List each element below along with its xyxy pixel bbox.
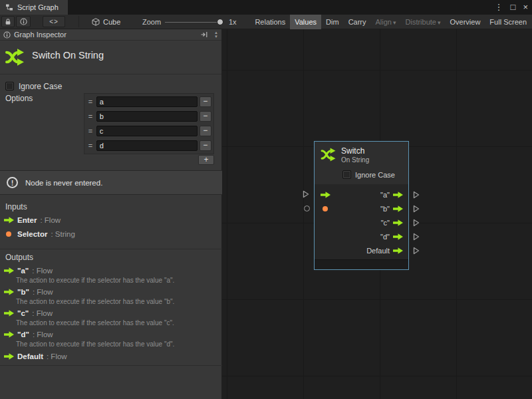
code-icon: <> xyxy=(49,18,59,25)
outputs-section-header: Outputs xyxy=(5,253,33,262)
output-port-outer-icon[interactable] xyxy=(413,205,420,213)
switch-on-string-node[interactable]: Switch On String Ignore Case "a" "b" "c"… xyxy=(314,141,409,270)
flow-arrow-icon[interactable] xyxy=(393,205,403,212)
switch-unit-icon xyxy=(4,47,25,68)
port-row-b: "b" xyxy=(315,202,408,216)
option-input[interactable] xyxy=(96,140,198,151)
output-port-outer-icon[interactable] xyxy=(413,219,420,227)
panel-scroll-arrows[interactable]: ▲▼ xyxy=(213,31,219,39)
inputs-section-header: Inputs xyxy=(5,202,27,211)
port-type: : Flow xyxy=(32,267,53,275)
section-divider xyxy=(0,365,222,366)
drag-handle-icon[interactable]: = xyxy=(86,142,94,150)
ignore-case-checkbox[interactable] xyxy=(5,82,14,90)
object-name-label: Cube xyxy=(103,18,120,26)
port-type: : Flow xyxy=(33,331,53,338)
output-row-b: "b" : Flow xyxy=(4,288,53,296)
flow-arrow-icon xyxy=(4,353,14,360)
value-port-icon xyxy=(6,231,11,237)
input-row-selector: Selector : String xyxy=(4,230,75,238)
info-button[interactable] xyxy=(16,16,31,27)
node-ignore-case-checkbox[interactable] xyxy=(342,170,351,179)
flow-arrow-icon xyxy=(4,267,14,274)
drag-handle-icon[interactable]: = xyxy=(86,112,94,120)
window-menu-icon[interactable]: ⋮ xyxy=(495,0,503,15)
inspector-title: Graph Inspector xyxy=(14,31,66,39)
flow-arrow-icon[interactable] xyxy=(393,219,403,226)
dock-panel-icon[interactable] xyxy=(200,31,208,39)
drag-handle-icon[interactable]: = xyxy=(86,127,94,135)
window-controls: ⋮ □ × xyxy=(495,0,528,15)
values-button[interactable]: Values xyxy=(290,15,321,29)
window-tab-bar: Script Graph ⋮ □ × xyxy=(0,0,532,15)
option-input[interactable] xyxy=(96,111,198,122)
option-row: = − xyxy=(85,94,213,109)
dim-button[interactable]: Dim xyxy=(321,15,344,29)
chevron-down-icon: ▾ xyxy=(438,19,441,26)
zoom-slider-knob[interactable] xyxy=(217,19,223,25)
port-description: The action to execute if the selector ha… xyxy=(16,319,174,327)
chevron-down-icon: ▾ xyxy=(393,19,396,26)
remove-option-button[interactable]: − xyxy=(200,126,211,136)
options-label: Options xyxy=(5,94,33,103)
input-row-enter: Enter : Flow xyxy=(4,216,61,224)
port-name: Selector xyxy=(17,230,47,238)
carry-button[interactable]: Carry xyxy=(344,15,371,29)
scroll-down-icon[interactable]: ▼ xyxy=(213,35,219,39)
node-ignore-case-label: Ignore Case xyxy=(355,171,395,179)
window-close-icon[interactable]: × xyxy=(523,0,528,15)
graph-owner-object[interactable]: Cube xyxy=(92,15,120,29)
node-footer xyxy=(315,259,408,269)
tab-script-graph[interactable]: Script Graph xyxy=(0,0,68,15)
port-name: "d" xyxy=(17,331,29,338)
flow-arrow-icon[interactable] xyxy=(393,192,403,198)
ignore-case-label: Ignore Case xyxy=(19,82,62,91)
port-row-a: "a" xyxy=(315,188,408,202)
add-option-button[interactable]: + xyxy=(198,155,214,165)
info-icon xyxy=(20,18,27,25)
info-icon xyxy=(3,31,11,39)
relations-button[interactable]: Relations xyxy=(250,15,290,29)
node-title: Switch xyxy=(341,146,364,156)
port-name: "a" xyxy=(17,267,29,275)
node-subtitle: On String xyxy=(341,156,369,164)
option-row: = − xyxy=(85,138,213,153)
flow-arrow-icon[interactable] xyxy=(393,247,403,254)
flow-arrow-icon xyxy=(4,217,14,223)
output-row-d: "d" : Flow xyxy=(4,331,53,338)
code-view-button[interactable]: <> xyxy=(43,16,65,27)
port-description: The action to execute if the selector ha… xyxy=(16,277,174,284)
flow-arrow-icon xyxy=(4,331,14,338)
unit-title-block: Switch On String xyxy=(0,41,221,74)
lock-icon xyxy=(5,18,11,25)
enter-port-outer-icon[interactable] xyxy=(303,190,309,198)
option-input[interactable] xyxy=(96,126,198,136)
selector-port-outer-icon[interactable] xyxy=(304,205,310,211)
align-button[interactable]: Align▾ xyxy=(371,15,401,29)
warning-banner: ! Node is never entered. xyxy=(0,170,222,195)
output-port-outer-icon[interactable] xyxy=(413,191,420,199)
graph-canvas[interactable]: Switch On String Ignore Case "a" "b" "c"… xyxy=(222,29,532,399)
fullscreen-button[interactable]: Full Screen xyxy=(485,15,531,29)
option-input[interactable] xyxy=(96,96,198,107)
port-name: "c" xyxy=(17,309,29,317)
flow-arrow-icon[interactable] xyxy=(393,233,403,240)
flow-arrow-icon xyxy=(4,310,14,317)
warning-text: Node is never entered. xyxy=(25,179,102,187)
toolbar-button-group: Relations Values Dim Carry Align▾ Distri… xyxy=(250,15,531,29)
remove-option-button[interactable]: − xyxy=(200,140,211,151)
port-row-default: Default xyxy=(315,244,408,258)
port-label: "d" xyxy=(380,230,390,244)
output-port-outer-icon[interactable] xyxy=(413,247,420,255)
output-port-outer-icon[interactable] xyxy=(413,233,420,241)
port-type: : Flow xyxy=(47,352,67,360)
lock-button[interactable] xyxy=(1,16,15,27)
port-label: "c" xyxy=(381,216,390,230)
overview-button[interactable]: Overview xyxy=(446,15,485,29)
remove-option-button[interactable]: − xyxy=(200,111,211,122)
remove-option-button[interactable]: − xyxy=(200,96,211,107)
drag-handle-icon[interactable]: = xyxy=(86,98,94,106)
window-maximize-icon[interactable]: □ xyxy=(511,0,516,15)
distribute-button[interactable]: Distribute▾ xyxy=(401,15,446,29)
zoom-slider-track[interactable] xyxy=(165,22,221,23)
